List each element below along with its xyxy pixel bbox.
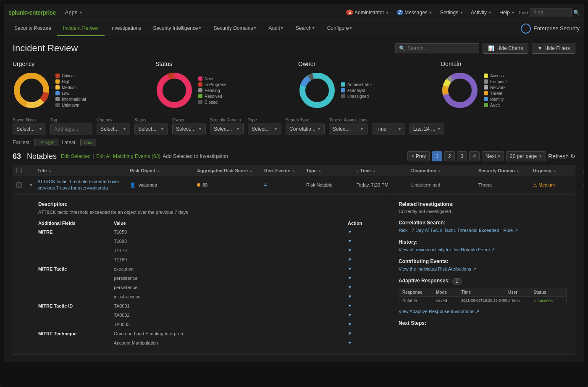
nav-configure[interactable]: Configure ▼ bbox=[321, 21, 359, 36]
owner-select[interactable]: Select... ▼ bbox=[172, 124, 206, 134]
help-menu[interactable]: Help ▼ bbox=[496, 10, 518, 16]
mitre-technique-arrow-1[interactable]: ▼ bbox=[348, 331, 352, 336]
domain-legend-network: Network bbox=[484, 85, 507, 90]
page-1-button[interactable]: 1 bbox=[432, 151, 442, 161]
hide-filters-button[interactable]: ▼ Hide Filters bbox=[532, 43, 575, 54]
identity-dot bbox=[484, 97, 488, 101]
edit-selected-link[interactable]: Edit Selected bbox=[61, 153, 91, 159]
administrator-menu[interactable]: S Administrator ▼ bbox=[343, 10, 392, 16]
pending-dot bbox=[198, 88, 202, 92]
settings-menu[interactable]: Settings ▼ bbox=[437, 10, 467, 16]
risk-object-value: wakanda bbox=[139, 182, 157, 187]
owner-donut bbox=[298, 71, 336, 109]
urgency-select[interactable]: Select... ▼ bbox=[97, 124, 130, 134]
search-box[interactable]: 🔍 bbox=[395, 43, 479, 53]
mitre-tactic-arrow-2[interactable]: ▼ bbox=[348, 276, 352, 280]
nav-investigations[interactable]: Investigations bbox=[105, 21, 147, 36]
correlation-search-link[interactable]: Risk - 7 Day ATT&CK Tactic Threshold Exc… bbox=[399, 228, 518, 233]
owner-donut-svg bbox=[298, 71, 336, 109]
th-title[interactable]: Title ▲ bbox=[34, 168, 126, 173]
mitre-tactic-id-arrow-2[interactable]: ▼ bbox=[348, 313, 352, 317]
hide-charts-button[interactable]: 📊 Hide Charts bbox=[483, 43, 528, 54]
owner-chart-content: Administrator esanalyst unassigned bbox=[298, 71, 433, 109]
nav-search[interactable]: Search ▼ bbox=[290, 21, 321, 36]
contributing-events-link[interactable]: View the individual Risk Attributions ↗ bbox=[399, 266, 476, 271]
expanded-right: Related Investigations: Currently not in… bbox=[390, 195, 575, 354]
security-domain-select[interactable]: Select... ▼ bbox=[210, 124, 244, 134]
th-security-domain[interactable]: Security Domain ▲ bbox=[475, 168, 530, 173]
nav-security-posture[interactable]: Security Posture bbox=[8, 21, 57, 36]
next-button[interactable]: Next > bbox=[482, 151, 504, 161]
time-associations-select[interactable]: Select... ▼ bbox=[329, 124, 368, 134]
history-link[interactable]: View all review activity for this Notabl… bbox=[399, 247, 495, 252]
description-title: Description: bbox=[38, 201, 381, 207]
refresh-button[interactable]: Refresh ↻ bbox=[548, 153, 575, 160]
th-agg-risk-score[interactable]: Aggregated Risk Score ▲ bbox=[194, 168, 261, 173]
activity-menu[interactable]: Activity ▼ bbox=[467, 10, 495, 16]
splunk-logo-text: splunk>enterprise bbox=[8, 9, 56, 16]
mitre-arrow-3[interactable]: ▼ bbox=[348, 248, 352, 253]
status-legend-inprogress: In Progress bbox=[198, 82, 226, 87]
row-risk-events-cell[interactable]: 4 bbox=[261, 180, 303, 190]
last-select[interactable]: Last 24 ... ▼ bbox=[410, 124, 445, 134]
messages-menu[interactable]: 7 Messages ▼ bbox=[394, 10, 436, 16]
page-3-button[interactable]: 3 bbox=[457, 151, 467, 161]
nav-incident-review[interactable]: Incident Review bbox=[57, 21, 105, 36]
secondary-nav: Security Posture Incident Review Investi… bbox=[4, 21, 584, 36]
row-checkbox[interactable] bbox=[16, 182, 22, 188]
mitre-arrow-1[interactable]: ▼ bbox=[348, 229, 352, 234]
type-select[interactable]: Select... ▼ bbox=[248, 124, 281, 134]
network-label: Network bbox=[490, 85, 506, 90]
row-expand-icon[interactable]: ▼ bbox=[29, 183, 33, 187]
page-4-button[interactable]: 4 bbox=[469, 151, 480, 161]
th-risk-events[interactable]: Risk Events ▲ bbox=[261, 168, 303, 173]
status-legend-closed: Closed bbox=[198, 100, 226, 105]
th-disposition[interactable]: Disposition ▲ bbox=[408, 168, 475, 173]
mitre-tactic-id-arrow-1[interactable]: ▼ bbox=[348, 303, 352, 308]
search-type-select[interactable]: Correlatio... ▼ bbox=[286, 124, 325, 134]
page-2-button[interactable]: 2 bbox=[444, 151, 455, 161]
mitre-tactic-row-1: MITRE Tactic execution ▼ bbox=[38, 264, 381, 274]
find-input[interactable] bbox=[530, 8, 572, 17]
saved-filters-select[interactable]: Select... ▼ bbox=[13, 124, 46, 134]
nav-audit[interactable]: Audit ▼ bbox=[262, 21, 289, 36]
search-input[interactable] bbox=[407, 45, 475, 51]
view-adaptive-link[interactable]: View Adaptive Response Invocations ↗ bbox=[399, 309, 479, 314]
security-domain-value: Select... bbox=[214, 126, 232, 132]
mitre-technique-arrow-2[interactable]: ▼ bbox=[348, 340, 352, 345]
mitre-row-1: MITRE T1059 ▼ bbox=[38, 227, 381, 237]
prev-button[interactable]: < Prev bbox=[407, 151, 430, 161]
apps-menu[interactable]: Apps ▼ bbox=[60, 9, 88, 16]
mitre-arrow-2[interactable]: ▼ bbox=[348, 239, 352, 243]
edit-all-link[interactable]: Edit All Matching Events (63) bbox=[96, 153, 160, 159]
th-time[interactable]: ↓ Time ▲ bbox=[353, 168, 408, 173]
th-urgency[interactable]: Urgency ▲ bbox=[530, 168, 580, 173]
row-title-cell[interactable]: ATT&CK tactic threshold exceeded over pr… bbox=[34, 176, 126, 194]
latest-value-badge[interactable]: now bbox=[80, 139, 96, 146]
add-to-investigation-link[interactable]: Add Selected to Investigation bbox=[163, 153, 228, 159]
th-risk-object[interactable]: Risk Object ▲ bbox=[126, 168, 194, 173]
mitre-tactic-arrow-3[interactable]: ▼ bbox=[348, 285, 352, 290]
rtd-status: ✓ success bbox=[533, 298, 563, 303]
mitre-tactic-action-2: ▼ bbox=[348, 276, 381, 280]
th-status[interactable]: Status ▲ bbox=[580, 168, 584, 173]
mitre-tactic-arrow-1[interactable]: ▼ bbox=[348, 266, 352, 271]
th-type[interactable]: Type ▲ bbox=[303, 168, 353, 173]
earliest-value-badge[interactable]: -24h@h bbox=[34, 139, 58, 146]
time-select[interactable]: Time ▼ bbox=[372, 124, 405, 134]
domain-legend-audit: Audit bbox=[484, 103, 507, 108]
mitre-arrow-4[interactable]: ▼ bbox=[348, 257, 352, 262]
status-select[interactable]: Select... ▼ bbox=[134, 124, 168, 134]
nav-security-intelligence[interactable]: Security Intelligence ▼ bbox=[147, 21, 207, 36]
nav-security-domains[interactable]: Security Domains ▼ bbox=[207, 21, 262, 36]
history-title: History: bbox=[399, 239, 567, 245]
mitre-action-4: ▼ bbox=[348, 257, 381, 262]
per-page-select[interactable]: 20 per page ▼ bbox=[506, 151, 546, 161]
mitre-tactic-id-arrow-3[interactable]: ▼ bbox=[348, 322, 352, 326]
header-checkbox[interactable] bbox=[16, 168, 22, 173]
urgency-chart-content: Critical High Medium bbox=[13, 71, 147, 109]
mitre-tactic-arrow-4[interactable]: ▼ bbox=[348, 294, 352, 299]
tag-input[interactable] bbox=[50, 124, 92, 134]
pagination: < Prev 1 2 3 4 Next > 20 per page ▼ Refr… bbox=[407, 151, 575, 161]
risk-events-value[interactable]: 4 bbox=[264, 182, 267, 187]
